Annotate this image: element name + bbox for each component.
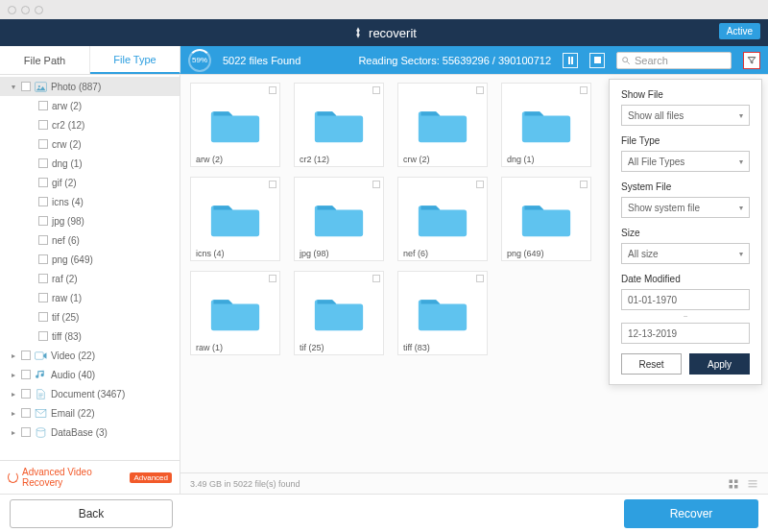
- folder-label: png (649): [507, 249, 586, 258]
- tab-file-path[interactable]: File Path: [0, 46, 90, 74]
- checkbox[interactable]: [38, 216, 48, 226]
- recover-button[interactable]: Recover: [624, 499, 758, 528]
- tree-subitem[interactable]: raw (1): [0, 288, 180, 307]
- zoom-dot[interactable]: [35, 6, 43, 14]
- folder-item[interactable]: jpg (98): [294, 177, 384, 261]
- checkbox[interactable]: [269, 181, 276, 188]
- checkbox[interactable]: [38, 139, 48, 149]
- checkbox[interactable]: [476, 86, 484, 94]
- checkbox[interactable]: [38, 293, 48, 302]
- svg-rect-11: [749, 480, 757, 482]
- checkbox[interactable]: [580, 86, 588, 94]
- checkbox[interactable]: [21, 427, 31, 437]
- checkbox[interactable]: [21, 82, 31, 91]
- main-area: ▾Photo (887)arw (2)cr2 (12)crw (2)dng (1…: [0, 75, 768, 494]
- apply-button[interactable]: Apply: [689, 353, 750, 375]
- checkbox[interactable]: [21, 370, 31, 379]
- checkbox[interactable]: [21, 351, 31, 360]
- app-footer: Back Recover: [0, 494, 768, 532]
- folder-item[interactable]: arw (2): [190, 83, 280, 167]
- tree-subitem[interactable]: crw (2): [0, 134, 180, 154]
- checkbox[interactable]: [21, 408, 31, 418]
- tree-subitem[interactable]: dng (1): [0, 154, 180, 173]
- stop-button[interactable]: [589, 53, 605, 68]
- folder-icon: [418, 199, 468, 239]
- checkbox[interactable]: [372, 181, 380, 188]
- tree-category[interactable]: ▸Email (22): [0, 403, 180, 423]
- tree-subitem[interactable]: tiff (83): [0, 326, 180, 346]
- checkbox[interactable]: [38, 312, 48, 322]
- checkbox[interactable]: [38, 254, 48, 264]
- checkbox[interactable]: [38, 101, 48, 110]
- tree-subitem[interactable]: icns (4): [0, 192, 180, 211]
- tree-subitem[interactable]: png (649): [0, 250, 180, 269]
- checkbox[interactable]: [38, 158, 48, 168]
- size-select[interactable]: All size▾: [621, 243, 750, 264]
- folder-item[interactable]: tif (25): [294, 271, 384, 355]
- checkbox[interactable]: [38, 120, 48, 130]
- tree-subitem-label: png (649): [52, 254, 93, 265]
- tree-subitem[interactable]: raf (2): [0, 269, 180, 288]
- svg-rect-10: [734, 485, 738, 489]
- filetype-select[interactable]: All File Types▾: [621, 151, 750, 172]
- folder-item[interactable]: crw (2): [397, 83, 488, 167]
- checkbox[interactable]: [38, 235, 48, 245]
- checkbox[interactable]: [580, 181, 588, 188]
- tree-category[interactable]: ▸Document (3467): [0, 384, 180, 403]
- minimize-dot[interactable]: [21, 6, 30, 14]
- tree-category[interactable]: ▸Video (22): [0, 346, 180, 365]
- folder-item[interactable]: nef (6): [397, 177, 488, 261]
- app-header: recoverit Active: [0, 19, 768, 46]
- list-view-icon[interactable]: [747, 478, 758, 490]
- folder-item[interactable]: dng (1): [501, 83, 591, 167]
- folder-item[interactable]: raw (1): [190, 271, 280, 355]
- reset-button[interactable]: Reset: [621, 353, 682, 375]
- caret-icon: ▾: [10, 83, 17, 91]
- folder-item[interactable]: cr2 (12): [294, 83, 384, 167]
- filter-button[interactable]: [743, 52, 760, 69]
- tree-subitem[interactable]: arw (2): [0, 96, 180, 115]
- checkbox[interactable]: [476, 275, 484, 282]
- checkbox[interactable]: [38, 331, 48, 341]
- avr-label: Advanced Video Recovery: [22, 467, 124, 488]
- search-input[interactable]: Search: [616, 52, 732, 69]
- active-button[interactable]: Active: [719, 23, 760, 39]
- tree-subitem[interactable]: jpg (98): [0, 211, 180, 230]
- tree-category[interactable]: ▸DataBase (3): [0, 423, 180, 442]
- back-button[interactable]: Back: [10, 499, 173, 528]
- checkbox[interactable]: [38, 197, 48, 206]
- window-titlebar: [0, 0, 768, 19]
- tree-subitem-label: nef (6): [52, 235, 80, 246]
- checkbox[interactable]: [372, 86, 380, 94]
- close-dot[interactable]: [8, 6, 16, 14]
- sysfile-select[interactable]: Show system file▾: [621, 197, 750, 218]
- chevron-down-icon: ▾: [739, 250, 743, 258]
- folder-icon: [210, 293, 260, 333]
- checkbox[interactable]: [269, 86, 276, 94]
- pause-button[interactable]: [563, 53, 578, 68]
- tree-subitem[interactable]: gif (2): [0, 173, 180, 192]
- file-type-tree[interactable]: ▾Photo (887)arw (2)cr2 (12)crw (2)dng (1…: [0, 75, 180, 460]
- folder-item[interactable]: tiff (83): [397, 271, 488, 355]
- tab-file-type[interactable]: File Type: [90, 46, 180, 74]
- checkbox[interactable]: [38, 178, 48, 187]
- tree-subitem[interactable]: nef (6): [0, 230, 180, 250]
- advanced-video-recovery[interactable]: Advanced Video Recovery Advanced: [0, 460, 180, 494]
- folder-label: crw (2): [403, 155, 482, 164]
- folder-icon: [210, 199, 260, 239]
- folder-item[interactable]: icns (4): [190, 177, 280, 261]
- showfile-select[interactable]: Show all files▾: [621, 105, 750, 126]
- grid-view-icon[interactable]: [728, 478, 739, 490]
- date-from-input[interactable]: 01-01-1970: [621, 289, 750, 310]
- tree-subitem[interactable]: tif (25): [0, 307, 180, 326]
- checkbox[interactable]: [38, 274, 48, 283]
- folder-item[interactable]: png (649): [501, 177, 591, 261]
- date-to-input[interactable]: 12-13-2019: [621, 323, 750, 344]
- tree-category[interactable]: ▸Audio (40): [0, 365, 180, 384]
- checkbox[interactable]: [269, 275, 276, 282]
- checkbox[interactable]: [372, 275, 380, 282]
- tree-category[interactable]: ▾Photo (887): [0, 77, 180, 96]
- tree-subitem[interactable]: cr2 (12): [0, 115, 180, 134]
- checkbox[interactable]: [476, 181, 484, 188]
- checkbox[interactable]: [21, 389, 31, 399]
